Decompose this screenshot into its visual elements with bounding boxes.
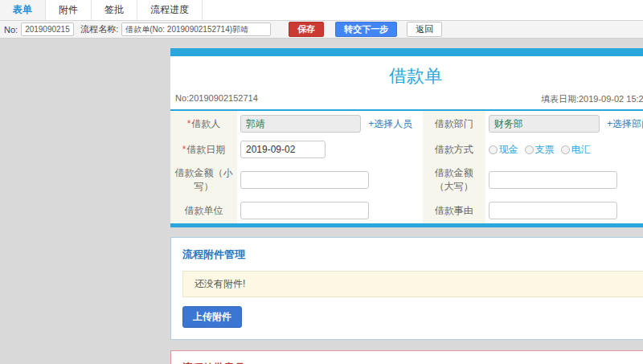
- form-fields-table: *借款人 +选择人员 借款部门 +选择部门 *借款日期 借款方式: [170, 109, 643, 227]
- process-name-input[interactable]: [121, 22, 271, 36]
- no-input[interactable]: [21, 22, 74, 36]
- toolbar: No: 流程名称: 保存 转交下一步 返回: [0, 21, 643, 39]
- required-asterisk: *: [187, 118, 191, 129]
- back-button[interactable]: 返回: [407, 22, 442, 37]
- radio-circle-icon[interactable]: [525, 145, 534, 154]
- table-row: 借款单位 借款事由: [170, 198, 643, 226]
- table-row: 借款金额（小写） 借款金额（大写）: [170, 162, 643, 198]
- main-content: 借款单 No:20190902152714 填表日期:2019-09-02 15…: [170, 48, 643, 364]
- tab-attachments[interactable]: 附件: [46, 0, 92, 20]
- form-title: 借款单: [170, 56, 643, 93]
- attachments-title: 流程附件管理: [182, 247, 643, 262]
- amount-small-input[interactable]: [240, 171, 369, 189]
- upload-attachment-button[interactable]: 上传附件: [182, 306, 242, 328]
- amount-big-label: 借款金额（大写）: [435, 167, 473, 192]
- radio-wire-label: 电汇: [571, 143, 591, 157]
- process-name-label: 流程名称:: [80, 23, 118, 35]
- loan-unit-label: 借款单位: [185, 205, 223, 216]
- amount-big-input[interactable]: [489, 171, 617, 189]
- loan-method-radios: 现金 支票 电汇: [489, 143, 643, 157]
- loan-date-label: 借款日期: [186, 144, 225, 155]
- tab-progress[interactable]: 流程进度: [137, 0, 203, 20]
- forward-next-step-button[interactable]: 转交下一步: [335, 22, 397, 37]
- tab-signoff[interactable]: 签批: [92, 0, 137, 20]
- table-row: *借款人 +选择人员 借款部门 +选择部门: [170, 110, 643, 137]
- radio-cheque[interactable]: 支票: [525, 143, 555, 157]
- radio-cash-label: 现金: [499, 143, 518, 157]
- approval-title: 流程签批意见: [182, 361, 643, 364]
- dept-label: 借款部门: [435, 118, 473, 129]
- no-attachments-message: 还没有附件!: [182, 271, 643, 297]
- table-row: *借款日期 借款方式 现金 支票 电汇: [170, 137, 643, 162]
- form-no-text: No:20190902152714: [175, 93, 258, 105]
- borrower-label: 借款人: [191, 118, 220, 129]
- loan-unit-input[interactable]: [240, 202, 369, 219]
- tab-bar: 表单 附件 签批 流程进度: [0, 0, 643, 21]
- attachments-panel: 流程附件管理 还没有附件! 上传附件: [170, 237, 643, 340]
- loan-reason-input[interactable]: [489, 202, 617, 219]
- form-meta-row: No:20190902152714 填表日期:2019-09-02 15:27:…: [170, 93, 643, 109]
- select-dept-link[interactable]: +选择部门: [607, 118, 643, 129]
- loan-form-panel: 借款单 No:20190902152714 填表日期:2019-09-02 15…: [170, 48, 643, 227]
- save-button[interactable]: 保存: [289, 22, 324, 37]
- radio-cheque-label: 支票: [535, 143, 555, 157]
- form-date-text: 填表日期:2019-09-02 15:27:1: [541, 93, 643, 105]
- amount-small-label: 借款金额（小写）: [175, 167, 233, 192]
- no-label: No:: [4, 25, 18, 35]
- borrower-input[interactable]: [240, 115, 361, 133]
- tab-form[interactable]: 表单: [0, 0, 46, 20]
- approval-panel: 流程签批意见 B I abc: [170, 350, 643, 364]
- required-asterisk: *: [182, 144, 186, 155]
- dept-input[interactable]: [489, 115, 600, 133]
- radio-wire[interactable]: 电汇: [561, 143, 591, 157]
- form-top-bar: [170, 48, 643, 56]
- select-person-link[interactable]: +选择人员: [368, 118, 412, 129]
- radio-circle-icon[interactable]: [489, 145, 498, 154]
- loan-method-label: 借款方式: [435, 144, 473, 155]
- radio-cash[interactable]: 现金: [489, 143, 518, 157]
- radio-circle-icon[interactable]: [561, 145, 570, 154]
- loan-date-input[interactable]: [240, 141, 326, 158]
- loan-reason-label: 借款事由: [435, 205, 473, 216]
